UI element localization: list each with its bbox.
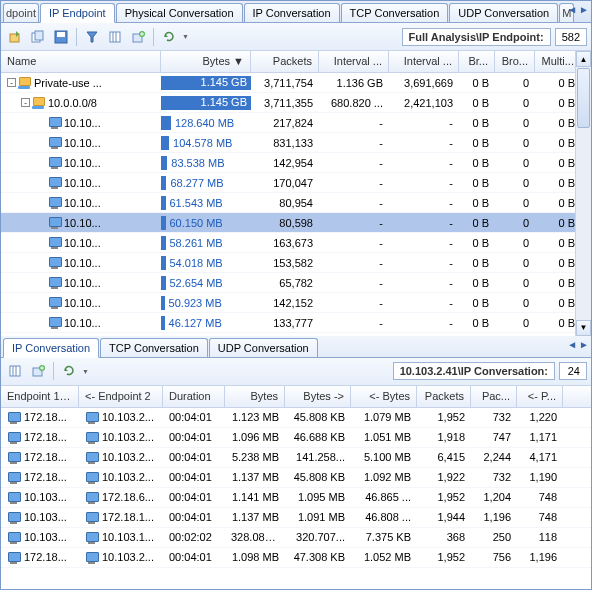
table-row[interactable]: 172.18...10.103.2...00:04:011.098 MB47.3… bbox=[1, 548, 591, 568]
table-row[interactable]: 10.103...10.103.1...00:02:02328.082...32… bbox=[1, 528, 591, 548]
col-pacin[interactable]: <- P... bbox=[517, 386, 563, 407]
tab-prev[interactable]: ◄ bbox=[567, 4, 577, 15]
columns-icon[interactable] bbox=[105, 27, 125, 47]
table-row[interactable]: 10.10...50.923 MB142,152--0 B00 B bbox=[1, 293, 591, 313]
table-row[interactable]: 10.103...172.18.1...00:04:011.137 MB1.09… bbox=[1, 508, 591, 528]
sub-add-icon[interactable] bbox=[28, 361, 48, 381]
col-bytes2[interactable]: Bytes bbox=[225, 386, 285, 407]
table-row[interactable]: 172.18...10.103.2...00:04:011.096 MB46.6… bbox=[1, 428, 591, 448]
host-icon bbox=[48, 277, 62, 289]
svg-rect-4 bbox=[57, 32, 65, 37]
tab-udp-conversation[interactable]: UDP Conversation bbox=[449, 3, 558, 22]
tab-clip-left: dpoint bbox=[3, 3, 39, 22]
host-icon bbox=[48, 177, 62, 189]
col-packets[interactable]: Packets bbox=[251, 51, 319, 72]
table-row[interactable]: 10.10...68.277 MB170,047--0 B00 B bbox=[1, 173, 591, 193]
bytes-value: 46.127 MB bbox=[165, 317, 222, 329]
col-pacout[interactable]: Pac... bbox=[471, 386, 517, 407]
table-row[interactable]: 10.10...104.578 MB831,133--0 B00 B bbox=[1, 133, 591, 153]
export-icon[interactable] bbox=[5, 27, 25, 47]
col-bytesout[interactable]: Bytes -> bbox=[285, 386, 351, 407]
host-icon bbox=[7, 452, 21, 464]
top-grid-body: -Private-use ...1.145 GB3,711,7541.136 G… bbox=[1, 73, 591, 336]
table-row[interactable]: -Private-use ...1.145 GB3,711,7541.136 G… bbox=[1, 73, 591, 93]
col-bytes[interactable]: Bytes ▼ bbox=[161, 51, 251, 72]
sub-tab-prev[interactable]: ◄ bbox=[567, 339, 577, 350]
expand-toggle[interactable]: - bbox=[7, 78, 16, 87]
col-bro[interactable]: Bro... bbox=[495, 51, 535, 72]
host-icon bbox=[85, 432, 99, 444]
table-row[interactable]: 10.10...60.150 MB80,598--0 B00 B bbox=[1, 213, 591, 233]
host-icon bbox=[48, 157, 62, 169]
col-bytesin[interactable]: <- Bytes bbox=[351, 386, 417, 407]
col-br[interactable]: Br... bbox=[459, 51, 495, 72]
host-icon bbox=[48, 257, 62, 269]
table-row[interactable]: 10.10...58.261 MB163,673--0 B00 B bbox=[1, 233, 591, 253]
table-row[interactable]: 10.10...54.018 MB153,582--0 B00 B bbox=[1, 253, 591, 273]
svg-rect-5 bbox=[110, 32, 120, 42]
top-grid: Name Bytes ▼ Packets Interval ... Interv… bbox=[1, 51, 591, 336]
row-name: 10.10... bbox=[64, 277, 101, 289]
row-name: 10.10... bbox=[64, 237, 101, 249]
subtab-udp-conversation[interactable]: UDP Conversation bbox=[209, 338, 318, 357]
col-ep2[interactable]: <- Endpoint 2 bbox=[79, 386, 163, 407]
table-row[interactable]: 172.18...10.103.2...00:04:011.137 MB45.8… bbox=[1, 468, 591, 488]
sub-tabstrip: IP ConversationTCP ConversationUDP Conve… bbox=[1, 336, 591, 358]
table-row[interactable]: 10.103...172.18.6...00:04:011.141 MB1.09… bbox=[1, 488, 591, 508]
top-scrollbar: ▲ ▼ bbox=[575, 51, 591, 336]
row-name: 10.10... bbox=[64, 257, 101, 269]
host-icon bbox=[7, 492, 21, 504]
bytes-value: 68.277 MB bbox=[166, 177, 223, 189]
scroll-thumb[interactable] bbox=[577, 68, 590, 128]
bytes-value: 60.150 MB bbox=[166, 217, 223, 229]
tab-ip-endpoint[interactable]: IP Endpoint bbox=[40, 3, 115, 23]
bytes-bar: 1.145 GB bbox=[161, 76, 251, 90]
table-row[interactable]: 10.10...46.127 MB133,777--0 B00 B bbox=[1, 313, 591, 333]
scroll-up[interactable]: ▲ bbox=[576, 51, 591, 67]
sub-grid-header: Endpoint 1 -> <- Endpoint 2 Duration Byt… bbox=[1, 386, 591, 408]
scroll-down[interactable]: ▼ bbox=[576, 320, 591, 336]
col-packets2[interactable]: Packets bbox=[417, 386, 471, 407]
sub-columns-icon[interactable] bbox=[5, 361, 25, 381]
refresh-icon[interactable] bbox=[159, 27, 179, 47]
sub-toolbar: ▼ 10.103.2.41\IP Conversation: 24 bbox=[1, 358, 591, 386]
tab-next[interactable]: ► bbox=[579, 4, 589, 15]
tab-physical-conversation[interactable]: Physical Conversation bbox=[116, 3, 243, 22]
col-duration[interactable]: Duration bbox=[163, 386, 225, 407]
table-row[interactable]: 172.18...10.103.2...00:04:011.123 MB45.8… bbox=[1, 408, 591, 428]
tab-tcp-conversation[interactable]: TCP Conversation bbox=[341, 3, 449, 22]
copy-icon[interactable] bbox=[28, 27, 48, 47]
table-row[interactable]: 172.18...10.103.2...00:04:015.238 MB141.… bbox=[1, 448, 591, 468]
bytes-value: 54.018 MB bbox=[166, 257, 223, 269]
sub-tab-next[interactable]: ► bbox=[579, 339, 589, 350]
tab-ip-conversation[interactable]: IP Conversation bbox=[244, 3, 340, 22]
sub-tab-scroll: ◄ ► bbox=[567, 339, 589, 350]
expand-toggle[interactable]: - bbox=[21, 98, 30, 107]
top-grid-header: Name Bytes ▼ Packets Interval ... Interv… bbox=[1, 51, 591, 73]
host-icon bbox=[48, 117, 62, 129]
bytes-value: 128.640 MB bbox=[171, 117, 234, 129]
subtab-tcp-conversation[interactable]: TCP Conversation bbox=[100, 338, 208, 357]
table-row[interactable]: -10.0.0.0/81.145 GB3,711,355680.820 ...2… bbox=[1, 93, 591, 113]
save-icon[interactable] bbox=[51, 27, 71, 47]
subtab-ip-conversation[interactable]: IP Conversation bbox=[3, 338, 99, 358]
table-row[interactable]: 10.10...52.654 MB65,782--0 B00 B bbox=[1, 273, 591, 293]
sub-refresh-icon[interactable] bbox=[59, 361, 79, 381]
table-row[interactable]: 10.10...61.543 MB80,954--0 B00 B bbox=[1, 193, 591, 213]
col-interval1[interactable]: Interval ... bbox=[319, 51, 389, 72]
row-name: 10.10... bbox=[64, 217, 101, 229]
host-icon bbox=[48, 237, 62, 249]
filter-icon[interactable] bbox=[82, 27, 102, 47]
table-row[interactable]: 10.10...128.640 MB217,824--0 B00 B bbox=[1, 113, 591, 133]
col-ep1[interactable]: Endpoint 1 -> bbox=[1, 386, 79, 407]
bytes-value: 50.923 MB bbox=[165, 297, 222, 309]
bytes-bar bbox=[161, 136, 169, 150]
row-name: 10.10... bbox=[64, 137, 101, 149]
add-icon[interactable] bbox=[128, 27, 148, 47]
col-interval2[interactable]: Interval ... bbox=[389, 51, 459, 72]
row-name: 10.10... bbox=[64, 117, 101, 129]
table-row[interactable]: 10.10...83.538 MB142,954--0 B00 B bbox=[1, 153, 591, 173]
host-icon bbox=[85, 412, 99, 424]
host-icon bbox=[48, 197, 62, 209]
col-name[interactable]: Name bbox=[1, 51, 161, 72]
